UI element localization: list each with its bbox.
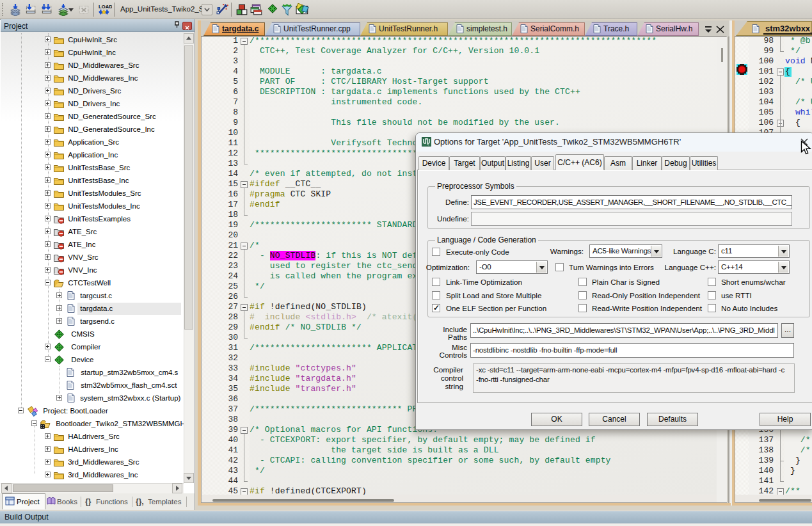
svg-text:LOAD: LOAD	[99, 4, 112, 10]
